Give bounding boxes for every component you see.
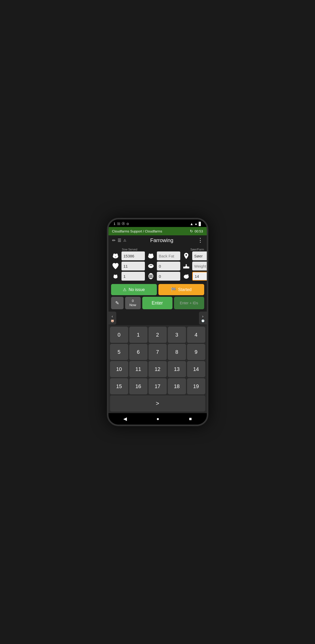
pig-icon: [111, 251, 120, 260]
num-5-button[interactable]: 5: [110, 344, 128, 360]
numpad: 0 1 2 3 4 5 6 7 8 9 10 11 12 13 14 15 16…: [108, 325, 207, 413]
num-18-button[interactable]: 18: [168, 378, 186, 394]
num-6-button[interactable]: 6: [129, 344, 147, 360]
labels-row: Sow Served Søer/Farm: [111, 248, 204, 251]
started-button[interactable]: 🏁 Started: [158, 284, 204, 295]
heart-icon: [111, 262, 120, 270]
back-fat-input[interactable]: [157, 251, 180, 260]
weight-input[interactable]: [192, 262, 207, 270]
mummified-icon: [146, 272, 155, 281]
flag-icon: 🏁: [171, 287, 176, 292]
svg-point-7: [149, 254, 151, 255]
farm-label: Søer/Farm: [190, 248, 204, 251]
pencil-toolbar-icon[interactable]: ✏: [112, 238, 115, 243]
main-toolbar: ✏ ☰ ⚠ Farrowing ⋮: [108, 235, 207, 245]
timer-display: 00:53: [195, 229, 203, 233]
num-13-button[interactable]: 13: [168, 361, 186, 377]
num-11-button[interactable]: 11: [129, 361, 147, 377]
status-right: ▲ ▲ ▊: [190, 222, 202, 226]
num-15-button[interactable]: 15: [110, 378, 128, 394]
piglets-input[interactable]: [121, 272, 145, 281]
now-label: Now: [129, 303, 136, 307]
piglet-icon: [111, 272, 120, 281]
alert-icon: Ⓐ: [122, 222, 125, 226]
svg-point-18: [115, 275, 117, 276]
action-row: ⚠ No issue 🏁 Started: [111, 284, 204, 295]
svg-point-8: [151, 254, 153, 255]
nav-left-button[interactable]: ‹ 🐷: [108, 312, 116, 325]
weight-icon: [182, 262, 191, 270]
num-7-button[interactable]: 7: [149, 344, 167, 360]
edit-button[interactable]: ✎: [111, 297, 124, 309]
list-toolbar-icon[interactable]: ☰: [118, 238, 121, 243]
pig-icon-2: [146, 251, 155, 260]
status-left: 1 ⬛ Ⓐ ⊙: [114, 222, 129, 226]
dead-pig-icon: [146, 262, 155, 270]
svg-point-1: [113, 254, 115, 255]
num-4-button[interactable]: 4: [187, 327, 205, 343]
svg-point-17: [114, 275, 115, 276]
num-17-button[interactable]: 17: [149, 378, 167, 394]
row-3: [111, 272, 204, 281]
warning-icon: ⚠: [123, 287, 126, 292]
num-8-button[interactable]: 8: [168, 344, 186, 360]
form-section: Sow Served Søer/Farm: [111, 248, 204, 282]
next-button[interactable]: >: [110, 395, 205, 412]
active-field-input[interactable]: [192, 272, 207, 281]
num-14-button[interactable]: 14: [187, 361, 205, 377]
num-2-button[interactable]: 2: [149, 327, 167, 343]
num-1-button[interactable]: 1: [129, 327, 147, 343]
now-button[interactable]: 0 Now: [125, 297, 141, 309]
svg-rect-14: [183, 267, 189, 268]
farm-input[interactable]: [192, 251, 207, 260]
toolbar-left-icons: ✏ ☰ ⚠: [112, 238, 126, 243]
status-bar: 1 ⬛ Ⓐ ⊙ ▲ ▲ ▊: [108, 219, 207, 227]
enter-button[interactable]: Enter: [142, 297, 172, 309]
enter-ids-button[interactable]: Enter + IDs: [174, 297, 204, 309]
signal-icon: ▲: [195, 222, 198, 226]
mummified-input[interactable]: [157, 272, 180, 281]
svg-point-19: [148, 273, 153, 279]
sow-served-label: Sow Served: [122, 248, 137, 251]
numpad-row-next: >: [110, 395, 205, 412]
num-16-button[interactable]: 16: [129, 378, 147, 394]
num-12-button[interactable]: 12: [149, 361, 167, 377]
sow-id-input[interactable]: [121, 251, 145, 260]
phone-frame: 1 ⬛ Ⓐ ⊙ ▲ ▲ ▊ Cloudfarms Support / Cloud…: [107, 218, 208, 426]
svg-point-5: [115, 257, 116, 257]
more-menu-icon[interactable]: ⋮: [197, 237, 203, 244]
status-time: 1: [114, 222, 115, 226]
numpad-row-1: 0 1 2 3 4: [110, 327, 205, 343]
circle-icon: ⊙: [126, 222, 129, 226]
bottom-toolbar: ✎ 0 Now Enter Enter + IDs: [111, 297, 204, 309]
battery-icon: ▊: [199, 222, 202, 226]
svg-point-2: [115, 254, 118, 255]
num-0-button[interactable]: 0: [110, 327, 128, 343]
app-bar: Cloudfarms Support / Cloudfarms ↻ 00:53: [108, 227, 207, 235]
num-3-button[interactable]: 3: [168, 327, 186, 343]
svg-point-15: [185, 264, 187, 266]
back-button[interactable]: ◀: [118, 414, 132, 424]
home-button[interactable]: ●: [151, 414, 165, 424]
dead-count-input[interactable]: [157, 262, 180, 270]
nav-area: ‹ 🐷 › 🕐: [111, 310, 204, 325]
nav-left-arrow: ‹: [112, 314, 113, 318]
nav-pig-icon-left: 🐷: [111, 319, 114, 322]
wifi-icon: ▲: [190, 222, 194, 226]
svg-point-9: [148, 264, 153, 268]
warning-toolbar-icon[interactable]: ⚠: [123, 238, 126, 242]
recent-button[interactable]: ■: [184, 414, 197, 424]
nav-clock-icon: 🕐: [201, 319, 204, 322]
numpad-row-2: 5 6 7 8 9: [110, 344, 205, 360]
row-1: [111, 251, 204, 260]
num-10-button[interactable]: 10: [110, 361, 128, 377]
edit-icon: ✎: [115, 300, 119, 306]
refresh-icon[interactable]: ↻: [190, 229, 193, 233]
nav-right-button[interactable]: › 🕐: [199, 312, 207, 325]
num-19-button[interactable]: 19: [187, 378, 205, 394]
no-issue-button[interactable]: ⚠ No issue: [111, 284, 157, 295]
num-9-button[interactable]: 9: [187, 344, 205, 360]
litter-input[interactable]: [121, 262, 145, 270]
row-2: [111, 262, 204, 270]
system-nav: ◀ ● ■: [108, 413, 207, 425]
